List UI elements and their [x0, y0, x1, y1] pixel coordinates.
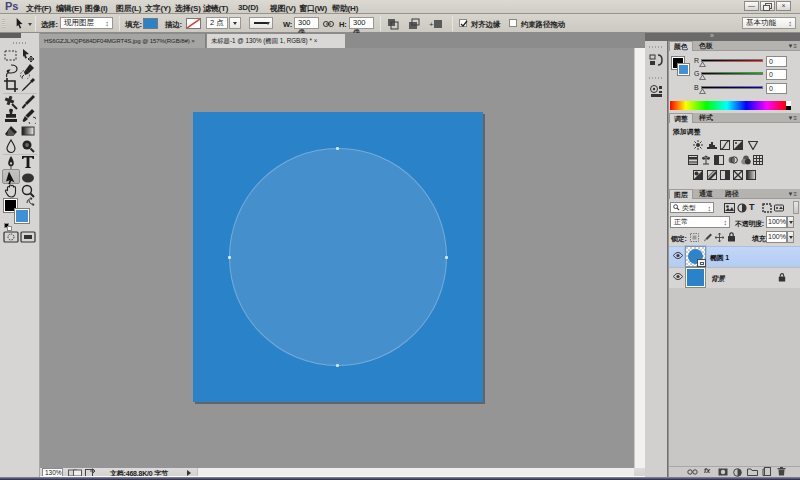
svg-text:+: +	[429, 20, 434, 29]
